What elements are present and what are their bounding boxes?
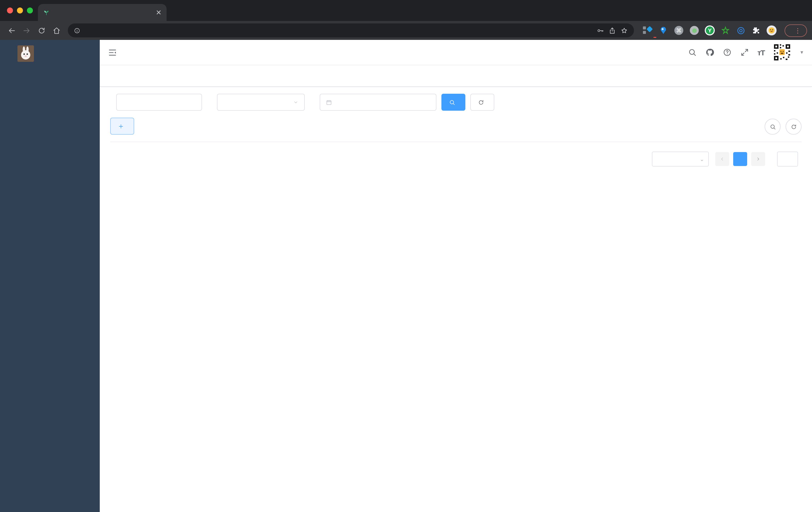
search-icon[interactable]: [688, 48, 697, 57]
app-logo: [0, 40, 100, 67]
plus-icon: [118, 123, 124, 129]
help-icon[interactable]: [722, 48, 731, 57]
toggle-search-button[interactable]: [764, 119, 781, 134]
extension-eye-icon[interactable]: [736, 25, 746, 35]
forward-icon[interactable]: [20, 24, 33, 37]
font-size-icon[interactable]: ᴛT: [757, 48, 764, 57]
extension-emoji-icon[interactable]: [766, 25, 777, 35]
password-key-icon[interactable]: [597, 27, 604, 34]
page-size-select[interactable]: ⌄: [652, 152, 709, 167]
extension-y-icon[interactable]: Y: [705, 25, 715, 35]
home-icon[interactable]: [50, 24, 63, 37]
current-page-button[interactable]: [733, 152, 747, 166]
goto-page-input[interactable]: [777, 152, 798, 167]
filter-form: [110, 94, 802, 111]
search-button[interactable]: [441, 94, 465, 111]
share-icon[interactable]: [609, 27, 616, 34]
search-icon: [770, 123, 776, 130]
chevron-right-icon: [755, 156, 761, 162]
date-range-input[interactable]: [320, 94, 436, 111]
browser-tab[interactable]: ✕: [38, 4, 167, 21]
browser-update-button[interactable]: ⋮: [785, 24, 807, 37]
window-controls: [7, 7, 33, 13]
reload-icon[interactable]: [35, 24, 48, 37]
site-info-icon[interactable]: [74, 27, 80, 34]
window-maximize-button[interactable]: [27, 7, 33, 13]
navbar-right: ᴛT ▼: [688, 43, 804, 61]
extension-tabs-icon[interactable]: [643, 25, 653, 35]
chevron-left-icon: [719, 156, 725, 162]
refresh-icon: [478, 99, 484, 106]
extension-command-icon[interactable]: ⌘: [674, 25, 684, 35]
add-button[interactable]: [110, 118, 134, 134]
favicon-plant-icon: [43, 9, 50, 16]
github-icon[interactable]: [705, 48, 714, 57]
extension-puzzle-icon[interactable]: [751, 25, 761, 35]
extension-balloon-icon[interactable]: [658, 25, 668, 35]
extension-badge: [654, 37, 657, 38]
fullscreen-icon[interactable]: [740, 48, 749, 57]
prev-page-button[interactable]: [715, 152, 729, 166]
tab-close-icon[interactable]: ✕: [156, 8, 162, 17]
window-close-button[interactable]: [7, 7, 13, 13]
refresh-table-button[interactable]: [786, 119, 802, 134]
collapse-sidebar-icon[interactable]: [108, 48, 117, 57]
pagination: ⌄: [110, 152, 802, 167]
next-page-button[interactable]: [751, 152, 765, 166]
config-table: [110, 142, 802, 142]
chevron-down-icon: [293, 99, 299, 105]
reset-button[interactable]: [470, 94, 494, 111]
config-name-input[interactable]: [116, 94, 202, 111]
extension-icons: ⌘ Y: [643, 25, 777, 35]
storage-select[interactable]: [217, 94, 305, 111]
browser-titlebar: ✕: [0, 0, 812, 21]
bookmark-star-icon[interactable]: [620, 27, 628, 34]
browser-toolbar: ⌘ Y ⋮: [0, 21, 812, 40]
table-toolbar: [110, 111, 802, 134]
browser-menu-icon[interactable]: ⋮: [794, 27, 802, 34]
extension-dot-icon[interactable]: [689, 25, 699, 35]
top-navbar: ᴛT ▼: [100, 40, 812, 65]
sidebar: [0, 40, 100, 512]
page-tabs: [100, 65, 812, 87]
user-avatar-qr[interactable]: [773, 43, 791, 61]
logo-rabbit-avatar: [18, 45, 34, 62]
search-icon: [449, 99, 455, 106]
calendar-icon: [326, 99, 332, 106]
new-tab-button[interactable]: [172, 6, 184, 19]
page-content: ⌄: [100, 87, 812, 512]
window-minimize-button[interactable]: [17, 7, 23, 13]
user-menu-caret-icon[interactable]: ▼: [800, 50, 804, 55]
address-bar[interactable]: [68, 24, 634, 37]
back-icon[interactable]: [5, 24, 18, 37]
refresh-icon: [790, 123, 797, 130]
extension-star-icon[interactable]: [720, 25, 730, 35]
